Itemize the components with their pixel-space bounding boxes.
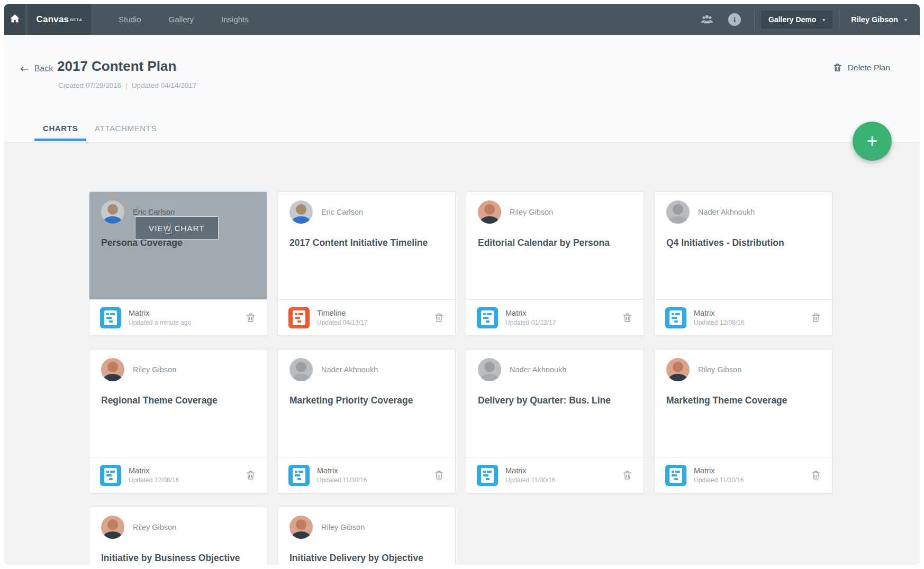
chart-updated: Updated 12/08/16 — [694, 319, 744, 326]
author-avatar — [478, 200, 501, 224]
chart-type-label: Matrix — [505, 466, 556, 475]
delete-chart-button[interactable] — [622, 312, 633, 323]
chart-card-footer: Matrix Updated 11/30/16 — [655, 457, 832, 493]
add-chart-button[interactable]: + — [853, 122, 892, 161]
author-avatar — [101, 358, 124, 381]
chart-type-icon — [665, 465, 686, 486]
card-author-row: Riley Gibson — [101, 358, 255, 381]
chart-type-icon — [288, 465, 310, 486]
delete-plan-label: Delete Plan — [848, 63, 890, 72]
chart-card-body: Riley Gibson Marketing Theme Coverage ☝ — [655, 350, 832, 457]
trash-icon — [810, 470, 821, 481]
chart-card-body: Riley Gibson Initiative by Business Obje… — [89, 507, 267, 565]
chart-type-icon — [288, 307, 310, 328]
card-author-row: Eric Carlson — [289, 200, 443, 224]
user-menu[interactable]: Riley Gibson ▾ — [846, 15, 912, 24]
delete-chart-button[interactable] — [433, 312, 445, 323]
brand-beta-badge: BETA — [70, 17, 82, 22]
chart-type-icon — [100, 465, 121, 486]
chart-type-label: Matrix — [317, 466, 367, 475]
trash-icon — [622, 470, 633, 481]
chart-title: Q4 Initiatives - Distribution — [666, 236, 820, 249]
chart-card[interactable]: Riley Gibson Marketing Theme Coverage ☝ — [654, 349, 832, 493]
chart-card[interactable]: Riley Gibson Regional Theme Coverage ☝ — [89, 349, 267, 493]
author-name: Riley Gibson — [698, 365, 741, 374]
chart-title: Marketing Theme Coverage — [666, 394, 820, 407]
home-icon — [9, 13, 21, 26]
chart-type-label: Timeline — [317, 309, 367, 317]
author-avatar — [478, 358, 501, 381]
nav-links: Studio Gallery Insights — [105, 4, 262, 35]
delete-chart-button[interactable] — [433, 470, 445, 481]
chart-type-icon — [100, 307, 121, 328]
card-author-row: Riley Gibson — [478, 200, 632, 224]
info-icon[interactable]: i — [728, 13, 741, 26]
chart-card-body: Nader Akhnoukh Delivery by Quarter: Bus.… — [466, 350, 644, 457]
home-button[interactable] — [4, 4, 25, 35]
chart-type-meta: Matrix Updated 01/23/17 — [505, 309, 556, 326]
user-name: Riley Gibson — [851, 15, 898, 24]
nav-item-gallery[interactable]: Gallery — [155, 4, 208, 35]
navbar-divider — [839, 10, 839, 30]
chart-card[interactable]: Nader Akhnoukh Marketing Priority Covera… — [277, 349, 456, 493]
chart-title: Delivery by Quarter: Bus. Line — [478, 394, 632, 407]
chart-card[interactable]: Eric Carlson Persona Coverage VIEW CHART… — [89, 191, 267, 336]
top-navbar: CanvasBETA Studio Gallery Insights i Gal… — [4, 4, 920, 35]
chart-card-body: Eric Carlson Persona Coverage VIEW CHART… — [89, 192, 267, 299]
author-name: Eric Carlson — [321, 208, 363, 216]
chart-type-label: Matrix — [505, 309, 556, 317]
chart-type-label: Matrix — [694, 309, 744, 317]
author-name: Riley Gibson — [133, 365, 176, 374]
trash-icon — [245, 470, 256, 481]
author-name: Eric Carlson — [133, 208, 175, 216]
author-avatar — [666, 358, 690, 381]
delete-chart-button[interactable] — [810, 312, 821, 323]
chart-type-meta: Matrix Updated a minute ago — [129, 309, 191, 326]
author-avatar — [289, 516, 313, 539]
chart-card[interactable]: Riley Gibson Initiative by Business Obje… — [89, 507, 267, 565]
chart-card-body: Eric Carlson 2017 Content Initiative Tim… — [278, 192, 455, 299]
chart-card[interactable]: Riley Gibson Editorial Calendar by Perso… — [466, 191, 644, 336]
chart-type-label: Matrix — [129, 466, 179, 475]
chart-updated: Updated 11/30/16 — [694, 476, 744, 484]
chart-type-meta: Matrix Updated 12/08/16 — [129, 466, 179, 484]
trash-icon — [433, 312, 445, 323]
chart-card[interactable]: Nader Akhnoukh Q4 Initiatives - Distribu… — [654, 191, 832, 336]
delete-plan-button[interactable]: Delete Plan — [832, 62, 890, 72]
nav-item-studio[interactable]: Studio — [105, 4, 155, 35]
delete-chart-button[interactable] — [245, 470, 256, 481]
team-members-icon[interactable] — [700, 12, 714, 27]
brand-tab-canvas[interactable]: CanvasBETA — [28, 4, 91, 35]
delete-chart-button[interactable] — [622, 470, 633, 481]
chart-card-body: Nader Akhnoukh Q4 Initiatives - Distribu… — [655, 192, 832, 299]
back-button[interactable]: ← Back — [20, 62, 53, 75]
tab-attachments[interactable]: ATTACHMENTS — [86, 117, 165, 142]
chart-card[interactable]: Nader Akhnoukh Delivery by Quarter: Bus.… — [466, 349, 644, 493]
meta-separator: | — [125, 81, 128, 89]
workspace-selector[interactable]: Gallery Demo ▾ — [761, 11, 832, 29]
chart-card-footer: Matrix Updated 11/30/16 — [466, 457, 644, 493]
view-chart-button[interactable]: VIEW CHART ☝ — [135, 216, 219, 240]
chart-card-footer: Matrix Updated 11/30/16 — [278, 457, 455, 493]
navbar-right: i Gallery Demo ▾ Riley Gibson ▾ — [693, 4, 920, 35]
chart-card[interactable]: Riley Gibson Initiative Delivery by Obje… — [277, 507, 456, 565]
back-arrow-icon: ← — [20, 62, 29, 75]
chart-title: Editorial Calendar by Persona — [478, 236, 632, 249]
chevron-down-icon: ▾ — [904, 17, 907, 23]
tab-charts[interactable]: CHARTS — [34, 117, 86, 142]
chart-type-meta: Matrix Updated 11/30/16 — [505, 466, 556, 484]
back-label: Back — [34, 64, 53, 74]
chart-card-body: Riley Gibson Regional Theme Coverage ☝ — [89, 350, 267, 457]
tab-bar: CHARTS ATTACHMENTS — [34, 117, 165, 142]
chart-type-meta: Matrix Updated 11/30/16 — [317, 466, 367, 484]
navbar-divider — [754, 10, 755, 30]
author-name: Riley Gibson — [510, 208, 553, 216]
chart-card-body: Riley Gibson Initiative Delivery by Obje… — [278, 507, 455, 565]
chart-title: Marketing Priority Coverage — [289, 394, 443, 407]
chart-card-footer: Matrix Updated 01/23/17 — [466, 299, 644, 335]
card-author-row: Nader Akhnoukh — [666, 200, 820, 224]
nav-item-insights[interactable]: Insights — [207, 4, 262, 35]
delete-chart-button[interactable] — [245, 312, 256, 323]
chart-card[interactable]: Eric Carlson 2017 Content Initiative Tim… — [277, 191, 456, 336]
delete-chart-button[interactable] — [810, 470, 821, 481]
